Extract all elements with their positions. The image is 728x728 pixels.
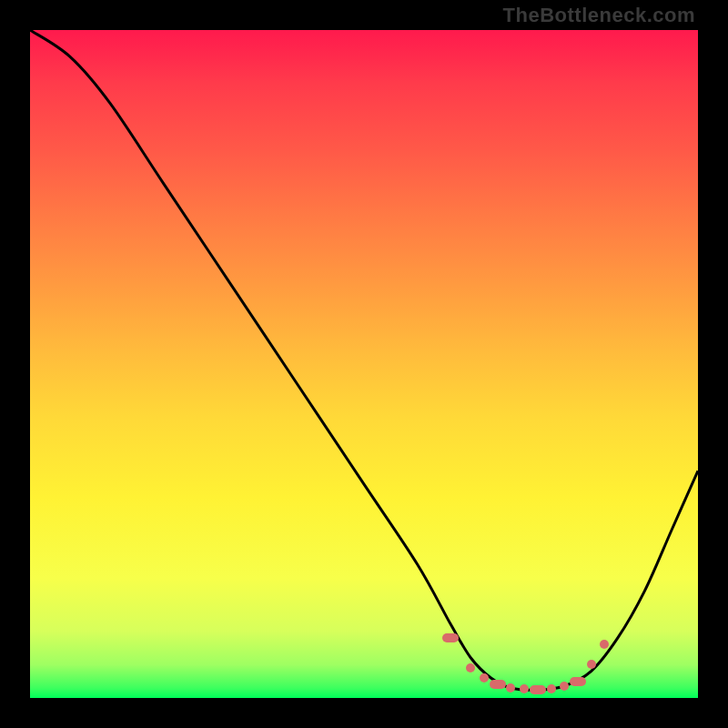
watermark-text: TheBottleneck.com (503, 4, 695, 27)
highlight-dot (480, 673, 489, 682)
chart-frame: TheBottleneck.com (0, 0, 728, 728)
highlight-dot (570, 677, 586, 686)
highlight-dot (587, 660, 596, 669)
highlight-dot (520, 684, 529, 693)
highlight-dot (506, 683, 515, 693)
highlight-dot (600, 640, 609, 649)
highlight-dot (560, 682, 569, 691)
highlight-dot (490, 680, 506, 689)
highlight-dot (547, 684, 556, 693)
highlight-dot (442, 633, 459, 642)
plot-area (30, 30, 698, 698)
highlight-dot (466, 663, 475, 672)
highlight-dots (30, 30, 698, 698)
highlight-dot (530, 685, 546, 694)
